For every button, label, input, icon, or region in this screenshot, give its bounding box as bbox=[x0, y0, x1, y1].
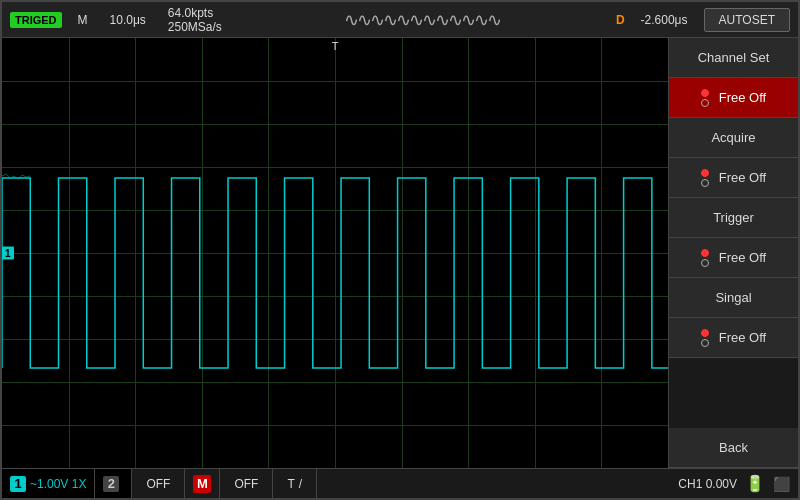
radio-group-4 bbox=[701, 329, 709, 347]
off2-indicator: OFF bbox=[220, 469, 273, 498]
radio-filled-4 bbox=[701, 329, 709, 337]
bottom-right-area: CH1 0.00V 🔋 ⬛ bbox=[678, 474, 798, 493]
time-offset: -2.600μs bbox=[635, 13, 694, 27]
ch2-number: 2 bbox=[103, 476, 119, 492]
ch1-waveform bbox=[2, 178, 668, 368]
autoset-button[interactable]: AUTOSET bbox=[704, 8, 790, 32]
channel-set-button[interactable]: Channel Set bbox=[669, 38, 798, 78]
sample-rate: 64.0kpts250MSa/s bbox=[162, 6, 228, 34]
ch2-status-area: 2 bbox=[95, 469, 132, 498]
radio-filled-1 bbox=[701, 89, 709, 97]
slash-label: / bbox=[299, 477, 302, 491]
mode-indicator: M bbox=[72, 13, 94, 27]
radio-empty-2 bbox=[701, 179, 709, 187]
free-off-2-button[interactable]: Free Off bbox=[669, 158, 798, 198]
ch1-volt-label: ~1.00V 1X bbox=[30, 477, 86, 491]
off1-indicator: OFF bbox=[132, 469, 185, 498]
ch1-status-area: 1 ~1.00V 1X bbox=[2, 469, 95, 498]
radio-group-2 bbox=[701, 169, 709, 187]
radio-group-3 bbox=[701, 249, 709, 267]
right-panel: Channel Set Free Off Acquire Free Off bbox=[668, 38, 798, 468]
ch1-voltage-status: CH1 0.00V bbox=[678, 477, 737, 491]
ch1-number: 1 bbox=[10, 476, 26, 492]
radio-empty-4 bbox=[701, 339, 709, 347]
waveform-svg bbox=[2, 38, 668, 468]
usb-icon: ⬛ bbox=[773, 476, 790, 492]
m-badge-area: M bbox=[185, 469, 220, 498]
free-off-1-button[interactable]: Free Off bbox=[669, 78, 798, 118]
top-bar: TRIGED M 10.0μs 64.0kpts250MSa/s ∿∿∿∿∿∿∿… bbox=[2, 2, 798, 38]
radio-group-1 bbox=[701, 89, 709, 107]
m-badge: M bbox=[193, 475, 211, 493]
radio-filled-3 bbox=[701, 249, 709, 257]
triged-badge: TRIGED bbox=[10, 12, 62, 28]
wave-preview: ∿∿∿∿∿∿∿∿∿∿∿∿ bbox=[344, 9, 500, 31]
free-off-4-button[interactable]: Free Off bbox=[669, 318, 798, 358]
free-off-3-button[interactable]: Free Off bbox=[669, 238, 798, 278]
trigger-marker-label: D bbox=[616, 13, 625, 27]
radio-empty-1 bbox=[701, 99, 709, 107]
time-div: 10.0μs bbox=[104, 13, 152, 27]
radio-filled-2 bbox=[701, 169, 709, 177]
oscilloscope: TRIGED M 10.0μs 64.0kpts250MSa/s ∿∿∿∿∿∿∿… bbox=[0, 0, 800, 500]
radio-empty-3 bbox=[701, 259, 709, 267]
trigger-button[interactable]: Trigger bbox=[669, 198, 798, 238]
back-button[interactable]: Back bbox=[669, 428, 798, 468]
main-area: T 1 Channel Set Free Of bbox=[2, 38, 798, 468]
battery-icon: 🔋 bbox=[745, 474, 765, 493]
signal-button[interactable]: Singal bbox=[669, 278, 798, 318]
oscilloscope-screen: T 1 bbox=[2, 38, 668, 468]
bottom-bar: 1 ~1.00V 1X 2 OFF M OFF T / CH1 0.00V 🔋 … bbox=[2, 468, 798, 498]
t-indicator: T / bbox=[273, 469, 317, 498]
acquire-button[interactable]: Acquire bbox=[669, 118, 798, 158]
wave-preview-area: ∿∿∿∿∿∿∿∿∿∿∿∿ bbox=[238, 9, 606, 31]
t-label: T bbox=[287, 477, 294, 491]
